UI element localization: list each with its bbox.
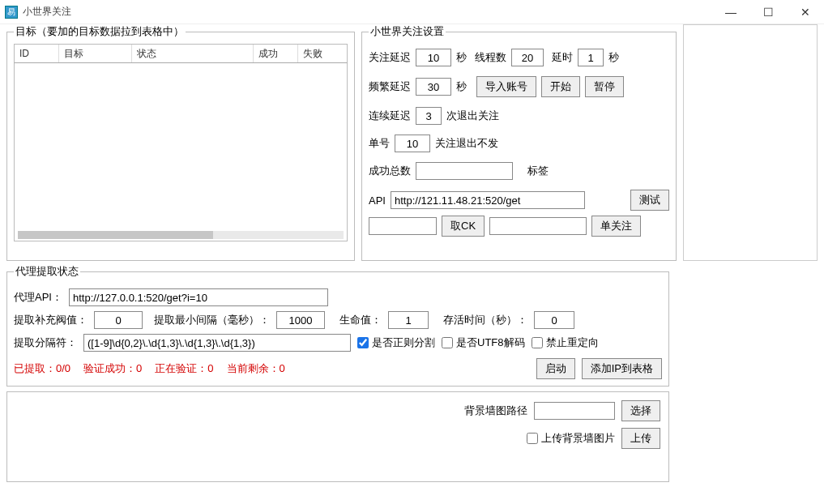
proxy-api-input[interactable] — [69, 288, 328, 306]
col-target[interactable]: 目标 — [59, 45, 132, 62]
targets-table-body[interactable] — [14, 63, 348, 241]
min-interval-input[interactable] — [276, 311, 325, 329]
label-proxy-api: 代理API： — [14, 290, 62, 305]
test-button[interactable]: 测试 — [630, 190, 669, 211]
label-sec-2: 秒 — [608, 50, 619, 65]
delay-input[interactable] — [578, 49, 604, 66]
threads-input[interactable] — [511, 49, 544, 66]
blank-input-1[interactable] — [369, 217, 437, 235]
label-life-value: 生命值： — [339, 313, 382, 327]
label-single-num: 单号 — [369, 136, 390, 151]
no-redirect-checkbox[interactable]: 禁止重定向 — [532, 335, 599, 350]
settings-fieldset: 小世界关注设置 关注延迟 秒 线程数 延时 秒 频繁延迟 秒 导入账号 开 — [361, 24, 677, 261]
proxy-fieldset: 代理提取状态 代理API： 提取补充阀值： 提取最小间隔（毫秒）： 生命值： 存… — [6, 264, 669, 387]
stat-remaining: 当前剩余：0 — [227, 361, 285, 376]
minimize-button[interactable]: — — [712, 0, 749, 24]
stat-extracted: 已提取：0/0 — [14, 361, 70, 376]
refill-threshold-input[interactable] — [94, 311, 143, 329]
blank-input-2[interactable] — [489, 217, 587, 235]
col-fail[interactable]: 失败 — [298, 45, 343, 62]
targets-legend: 目标（要加的目标数据拉到表格中） — [14, 24, 186, 39]
label-threads: 线程数 — [475, 50, 506, 65]
label-success-total: 成功总数 — [369, 164, 411, 178]
label-refill-threshold: 提取补充阀值： — [14, 313, 88, 327]
targets-fieldset: 目标（要加的目标数据拉到表格中） ID 目标 状态 成功 失败 — [6, 24, 355, 261]
cont-delay-input[interactable] — [416, 107, 442, 125]
api-url-input[interactable] — [391, 191, 585, 209]
upload-bg-checkbox[interactable]: 上传背景墙图片 — [527, 431, 615, 446]
stat-verified: 验证成功：0 — [83, 361, 142, 376]
stat-verifying: 正在验证：0 — [155, 361, 213, 376]
label-sec-3: 秒 — [456, 79, 467, 94]
choose-button[interactable]: 选择 — [621, 400, 660, 421]
window-title: 小世界关注 — [23, 5, 712, 19]
label-tag: 标签 — [527, 164, 549, 178]
bg-path-input[interactable] — [534, 402, 615, 420]
proxy-legend: 代理提取状态 — [14, 264, 80, 279]
titlebar: 小世界关注 — ☐ ✕ — [0, 0, 824, 24]
separator-input[interactable] — [83, 334, 351, 352]
upload-button[interactable]: 上传 — [621, 428, 660, 449]
label-follow-delay: 关注延迟 — [369, 50, 411, 65]
label-min-interval: 提取最小间隔（毫秒）： — [154, 313, 270, 327]
label-exit-follow: 次退出关注 — [446, 109, 499, 123]
launch-button[interactable]: 启动 — [536, 358, 575, 379]
label-bg-path: 背景墙图路径 — [464, 404, 527, 418]
alive-time-input[interactable] — [534, 311, 574, 329]
success-total-input[interactable] — [416, 162, 513, 180]
col-status[interactable]: 状态 — [132, 45, 254, 62]
col-id[interactable]: ID — [15, 45, 59, 62]
settings-legend: 小世界关注设置 — [369, 24, 446, 39]
single-num-input[interactable] — [395, 135, 430, 152]
label-delay: 延时 — [552, 50, 573, 65]
regex-split-checkbox[interactable]: 是否正则分割 — [357, 335, 435, 350]
close-button[interactable]: ✕ — [787, 0, 824, 24]
label-api: API — [369, 194, 386, 207]
right-blank-panel — [683, 24, 818, 261]
pause-button[interactable]: 暂停 — [585, 76, 624, 97]
label-freq-delay: 频繁延迟 — [369, 79, 411, 94]
label-alive-time: 存活时间（秒）： — [443, 313, 527, 327]
single-follow-button[interactable]: 单关注 — [591, 216, 641, 237]
table-scrollbar[interactable] — [18, 231, 344, 239]
add-ip-button[interactable]: 添加IP到表格 — [582, 358, 662, 379]
maximize-button[interactable]: ☐ — [749, 0, 787, 24]
label-cont-delay: 连续延迟 — [369, 109, 411, 123]
targets-table-header: ID 目标 状态 成功 失败 — [14, 44, 348, 63]
life-value-input[interactable] — [388, 311, 429, 329]
utf8-decode-checkbox[interactable]: 是否UTF8解码 — [442, 335, 525, 350]
upload-panel: 背景墙图路径 选择 上传背景墙图片 上传 — [6, 391, 669, 482]
label-sec-1: 秒 — [456, 50, 467, 65]
col-success[interactable]: 成功 — [254, 45, 298, 62]
import-accounts-button[interactable]: 导入账号 — [476, 76, 536, 97]
label-separator: 提取分隔符： — [14, 335, 77, 350]
label-follow-exit-nosend: 关注退出不发 — [435, 136, 498, 151]
freq-delay-input[interactable] — [416, 78, 451, 96]
start-button[interactable]: 开始 — [541, 76, 580, 97]
get-ck-button[interactable]: 取CK — [442, 216, 485, 237]
app-icon — [5, 6, 18, 19]
follow-delay-input[interactable] — [416, 49, 451, 66]
